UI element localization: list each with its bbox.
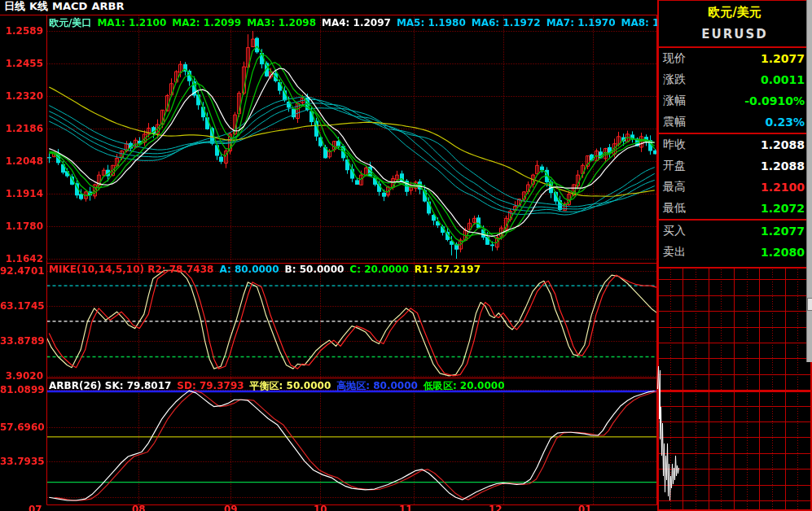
quote-row-涨跌: 涨跌0.0011: [659, 69, 810, 90]
month-label-07: 07: [29, 504, 42, 511]
arbr_header-part: SD: 79.3793: [177, 380, 244, 391]
quote-label: 现价: [663, 51, 686, 66]
mike_y-tick-label: 33.8789: [0, 335, 43, 347]
arbr_header-part: 低吸区: 20.0000: [424, 380, 505, 391]
ma-label-MA1: MA1: 1.2100: [97, 17, 166, 28]
quote-value: 1.2077: [761, 52, 805, 65]
menu-bar: 日线K线MACDARBR: [0, 0, 657, 14]
quote-label: 涨幅: [663, 94, 686, 108]
arbr-panel-header: ARBR(26) SK: 79.8017SD: 79.3793平衡区: 50.0…: [49, 379, 511, 393]
menu-item-MACD[interactable]: MACD: [52, 0, 87, 12]
quote-rows: 现价1.2077涨跌0.0011涨幅-0.0910%震幅0.23%昨收1.208…: [659, 48, 810, 263]
quote-row-最高: 最高1.2100: [659, 177, 810, 198]
ma-label-MA6: MA6: 1.1972: [472, 17, 541, 28]
month-label-01: 01: [578, 504, 592, 511]
arbr_y-tick-label: 81.0899: [0, 384, 43, 395]
month-label-11: 11: [399, 504, 413, 511]
quote-panel: 欧元/美元 EURUSD 现价1.2077涨跌0.0011涨幅-0.0910%震…: [657, 0, 812, 267]
month-label-12: 12: [489, 504, 503, 511]
main_y-tick-label: 1.1914: [0, 188, 43, 199]
ma-label-MA4: MA4: 1.2097: [322, 17, 391, 28]
price-indicator-chart[interactable]: [0, 14, 657, 511]
main_y-tick-label: 1.1642: [0, 253, 43, 264]
quote-label: 卖出: [663, 245, 686, 260]
quote-value: 1.2080: [761, 246, 805, 259]
quote-label: 最低: [663, 201, 686, 216]
menu-item-K线[interactable]: K线: [29, 0, 48, 12]
mike-panel-header: MIKE(10,14,5,10) R2: 78.7438A: 80.0000B:…: [49, 264, 486, 275]
quote-label: 最高: [663, 180, 686, 194]
month-label-08: 08: [132, 504, 146, 511]
main_y-tick-label: 1.1780: [0, 221, 43, 232]
arbr_header-part: ARBR(26) SK: 79.8017: [49, 380, 171, 391]
quote-row-震幅: 震幅0.23%: [659, 111, 810, 133]
quote-value: 1.2088: [761, 159, 805, 173]
mike_y-tick-label: 92.4701: [0, 265, 43, 277]
quote-label: 震幅: [663, 115, 686, 129]
chart-symbol-label: 欧元/美口: [49, 17, 91, 28]
quote-value: 0.0011: [761, 73, 805, 86]
quote-value: 1.2100: [761, 181, 805, 194]
quote-row-卖出: 卖出1.2080: [659, 242, 810, 263]
trading-app-window: 日线K线MACDARBR 欧元/美口MA1: 1.2100MA2: 1.2099…: [0, 0, 812, 511]
ma-label-MA3: MA3: 1.2098: [247, 17, 316, 28]
main_y-tick-label: 1.2455: [0, 58, 43, 69]
ma-label-MA2: MA2: 1.2099: [172, 17, 241, 28]
quote-label: 买入: [663, 224, 686, 238]
tick-grid-chart: [657, 267, 812, 511]
main_y-tick-label: 1.2048: [0, 155, 43, 167]
symbol-code: EURUSD: [659, 27, 810, 46]
quote-label: 开盘: [663, 159, 686, 173]
month-label-10: 10: [314, 504, 327, 511]
quote-row-买入: 买入1.2077: [659, 221, 810, 242]
mike_y-tick-label: 3.9020: [0, 370, 43, 382]
mike_y-tick-label: 63.1745: [0, 300, 43, 312]
quote-value: 0.23%: [765, 116, 805, 129]
arbr_y-tick-label: 57.6960: [0, 421, 43, 433]
quote-value: 1.2072: [761, 202, 805, 215]
mike_header-part: MIKE(10,14,5,10) R2: 78.7438: [49, 264, 213, 275]
menu-item-ARBR[interactable]: ARBR: [91, 0, 124, 12]
arbr_y-tick-label: 33.7935: [0, 456, 43, 467]
arbr_header-part: 高抛区: 80.0000: [336, 380, 418, 391]
mike_header-part: A: 80.0000: [219, 264, 279, 275]
symbol-title: 欧元/美元: [659, 5, 810, 20]
quote-value: -0.0910%: [744, 94, 805, 107]
arbr_header-part: 平衡区: 50.0000: [250, 380, 331, 391]
main_y-tick-label: 1.2186: [0, 123, 43, 134]
quote-value: 1.2088: [761, 138, 805, 151]
quote-value: 1.2077: [761, 225, 805, 238]
vertical-scrollbar[interactable]: [806, 0, 812, 362]
mike_header-part: C: 20.0000: [349, 264, 408, 275]
quote-row-涨幅: 涨幅-0.0910%: [659, 90, 810, 111]
quote-row-最低: 最低1.2072: [659, 198, 810, 219]
mike_header-part: B: 50.0000: [285, 264, 345, 275]
quote-label: 涨跌: [663, 72, 686, 87]
mike_header-part: R1: 57.2197: [415, 264, 481, 275]
main_y-tick-label: 1.2320: [0, 90, 43, 102]
main_y-tick-label: 1.2589: [0, 25, 43, 37]
scrollbar-thumb[interactable]: [807, 298, 812, 311]
quote-row-开盘: 开盘1.2088: [659, 155, 810, 177]
quote-row-昨收: 昨收1.2088: [659, 134, 810, 155]
quote-row-现价: 现价1.2077: [659, 48, 810, 69]
ma-label-MA5: MA5: 1.1980: [397, 17, 466, 28]
quote-label: 昨收: [663, 138, 686, 152]
month-label-09: 09: [224, 504, 238, 511]
ma-label-MA7: MA7: 1.1970: [546, 17, 616, 28]
menu-item-日线[interactable]: 日线: [4, 0, 25, 12]
